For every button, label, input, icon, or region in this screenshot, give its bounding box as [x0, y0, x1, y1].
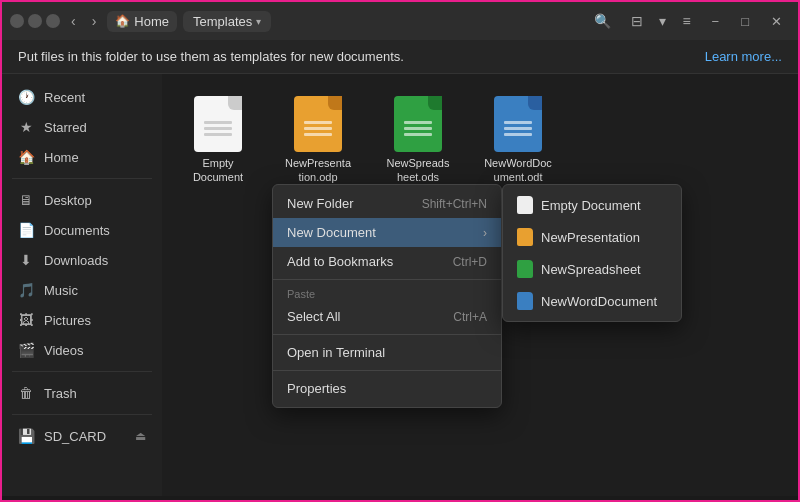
maximize-button[interactable]: □ — [733, 11, 757, 32]
sidebar-item-music[interactable]: 🎵 Music — [2, 275, 162, 305]
file-item-presentation[interactable]: NewPresentation.odp — [278, 90, 358, 191]
sdcard-icon: 💾 — [18, 428, 34, 444]
trash-icon: 🗑 — [18, 385, 34, 401]
context-menu: New Folder Shift+Ctrl+N New Document › A… — [272, 184, 502, 408]
file-icon-line — [304, 133, 332, 136]
files-grid: Empty Document NewPresentation.odp — [178, 90, 782, 191]
file-icon-wrap — [490, 96, 546, 152]
sidebar-divider — [12, 371, 152, 372]
minimize-button[interactable]: − — [704, 11, 728, 32]
templates-tab[interactable]: Templates ▾ — [183, 11, 271, 32]
sidebar-label-trash: Trash — [44, 386, 77, 401]
home-icon: 🏠 — [115, 14, 130, 28]
templates-label: Templates — [193, 14, 252, 29]
search-button[interactable]: 🔍 — [587, 9, 618, 33]
sort-arrow-button[interactable]: ▾ — [652, 10, 673, 32]
submenu-word-icon — [517, 292, 533, 310]
sidebar-item-pictures[interactable]: 🖼 Pictures — [2, 305, 162, 335]
submenu-new-spreadsheet[interactable]: NewSpreadsheet — [503, 253, 681, 285]
submenu-empty-document-label: Empty Document — [541, 198, 641, 213]
submenu: Empty Document NewPresentation NewSpread… — [502, 184, 682, 322]
ctx-properties[interactable]: Properties — [273, 374, 501, 403]
ctx-select-all-shortcut: Ctrl+A — [453, 310, 487, 324]
sidebar-label-music: Music — [44, 283, 78, 298]
file-icon-lines — [304, 121, 332, 136]
main-layout: 🕐 Recent ★ Starred 🏠 Home 🖥 Desktop 📄 Do… — [2, 74, 798, 496]
infobar: Put files in this folder to use them as … — [2, 40, 798, 74]
learn-more-link[interactable]: Learn more... — [705, 49, 782, 64]
ctx-select-all[interactable]: Select All Ctrl+A — [273, 302, 501, 331]
titlebar-actions: ⊟ ▾ ≡ — [624, 10, 697, 32]
ctx-divider — [273, 334, 501, 335]
sidebar-label-desktop: Desktop — [44, 193, 92, 208]
pictures-icon: 🖼 — [18, 312, 34, 328]
sidebar-item-downloads[interactable]: ⬇ Downloads — [2, 245, 162, 275]
file-icon-line — [204, 121, 232, 124]
ctx-new-document[interactable]: New Document › — [273, 218, 501, 247]
file-icon-line — [504, 127, 532, 130]
ctx-new-folder[interactable]: New Folder Shift+Ctrl+N — [273, 189, 501, 218]
submenu-empty-doc-icon — [517, 196, 533, 214]
submenu-new-presentation[interactable]: NewPresentation — [503, 221, 681, 253]
downloads-icon: ⬇ — [18, 252, 34, 268]
ctx-add-bookmarks-label: Add to Bookmarks — [287, 254, 393, 269]
sidebar-label-recent: Recent — [44, 90, 85, 105]
desktop-icon: 🖥 — [18, 192, 34, 208]
sidebar-item-starred[interactable]: ★ Starred — [2, 112, 162, 142]
eject-icon[interactable]: ⏏ — [135, 429, 146, 443]
ctx-divider — [273, 279, 501, 280]
sidebar-item-desktop[interactable]: 🖥 Desktop — [2, 185, 162, 215]
music-icon: 🎵 — [18, 282, 34, 298]
recent-icon: 🕐 — [18, 89, 34, 105]
file-icon-lines — [204, 121, 232, 136]
ctx-new-folder-shortcut: Shift+Ctrl+N — [422, 197, 487, 211]
sort-button[interactable]: ⊟ — [624, 10, 650, 32]
file-item-spreadsheet[interactable]: NewSpreadsheet.ods — [378, 90, 458, 191]
file-icon-wrap — [290, 96, 346, 152]
file-icon-lines — [404, 121, 432, 136]
home-breadcrumb[interactable]: 🏠 Home — [107, 11, 177, 32]
submenu-empty-document[interactable]: Empty Document — [503, 189, 681, 221]
sidebar-divider — [12, 178, 152, 179]
window-control-btn[interactable]: ● — [46, 14, 60, 28]
back-button[interactable]: ‹ — [66, 11, 81, 31]
file-icon-line — [404, 133, 432, 136]
sidebar-item-videos[interactable]: 🎬 Videos — [2, 335, 162, 365]
sidebar-item-home[interactable]: 🏠 Home — [2, 142, 162, 172]
file-name: NewWordDocument.odt — [484, 156, 552, 185]
sidebar-label-home: Home — [44, 150, 79, 165]
sidebar-label-documents: Documents — [44, 223, 110, 238]
starred-icon: ★ — [18, 119, 34, 135]
sidebar-divider — [12, 414, 152, 415]
sidebar-item-documents[interactable]: 📄 Documents — [2, 215, 162, 245]
infobar-text: Put files in this folder to use them as … — [18, 49, 404, 64]
sidebar-item-recent[interactable]: 🕐 Recent — [2, 82, 162, 112]
submenu-new-word-document[interactable]: NewWordDocument — [503, 285, 681, 317]
window-control-btn[interactable]: ● — [10, 14, 24, 28]
ctx-properties-label: Properties — [287, 381, 346, 396]
file-item-word[interactable]: NewWordDocument.odt — [478, 90, 558, 191]
view-button[interactable]: ≡ — [675, 10, 697, 32]
ctx-divider — [273, 370, 501, 371]
close-button[interactable]: ✕ — [763, 11, 790, 32]
submenu-new-spreadsheet-label: NewSpreadsheet — [541, 262, 641, 277]
file-name: Empty Document — [184, 156, 252, 185]
sidebar-item-trash[interactable]: 🗑 Trash — [2, 378, 162, 408]
documents-icon: 📄 — [18, 222, 34, 238]
ctx-open-terminal[interactable]: Open in Terminal — [273, 338, 501, 367]
file-icon-doc — [194, 96, 242, 152]
file-icon-odt — [494, 96, 542, 152]
file-icon-line — [404, 121, 432, 124]
file-item-empty-doc[interactable]: Empty Document — [178, 90, 258, 191]
ctx-open-terminal-label: Open in Terminal — [287, 345, 385, 360]
sidebar-label-videos: Videos — [44, 343, 84, 358]
sidebar-item-sdcard[interactable]: 💾 SD_CARD ⏏ — [2, 421, 162, 451]
file-icon-line — [204, 133, 232, 136]
file-icon-odp — [294, 96, 342, 152]
window-control-btn[interactable]: ● — [28, 14, 42, 28]
videos-icon: 🎬 — [18, 342, 34, 358]
forward-button[interactable]: › — [87, 11, 102, 31]
sidebar-label-pictures: Pictures — [44, 313, 91, 328]
file-icon-line — [504, 121, 532, 124]
ctx-add-bookmarks[interactable]: Add to Bookmarks Ctrl+D — [273, 247, 501, 276]
